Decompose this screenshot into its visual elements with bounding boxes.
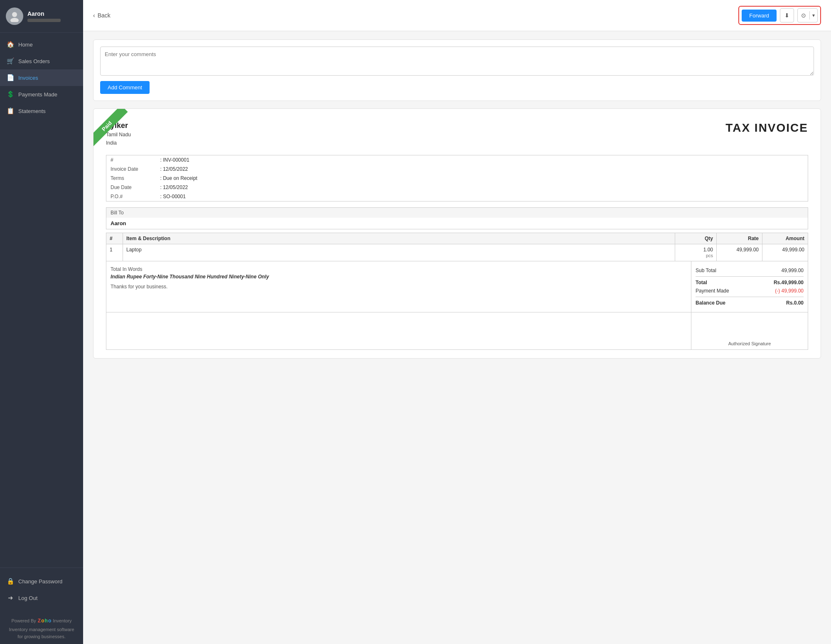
col-header-rate: Rate [717,233,762,244]
sidebar-item-home-label: Home [18,42,33,48]
total-in-words-label: Total In Words [111,266,687,272]
svg-point-1 [10,18,19,22]
subtotal-value: 49,999.00 [782,268,804,273]
more-icon: ⊙ [798,12,809,19]
terms-label: Terms [106,174,156,183]
invoice-footer: Total In Words Indian Rupee Forty-Nine T… [106,261,808,312]
signature-section: Authorized Signature [106,312,808,350]
balance-due-value: Rs.0.00 [786,300,804,306]
avatar [6,7,23,25]
sidebar-nav: 🏠 Home 🛒 Sales Orders 📄 Invoices 💲 Payme… [0,33,83,568]
item-name: Laptop [123,244,675,261]
download-button[interactable]: ⬇ [780,8,794,22]
subtotal-label: Sub Total [696,268,716,273]
powered-by: Powered By Zoho Inventory [6,617,77,624]
po-label: P.O.# [106,192,156,202]
company-country: India [106,139,131,147]
item-rate: 49,999.00 [717,244,762,261]
more-options-button[interactable]: ⊙ ▾ [797,8,818,22]
invoice-date-label: Invoice Date [106,165,156,174]
sidebar-item-change-password[interactable]: 🔒 Change Password [0,573,83,590]
sidebar-item-payments-made[interactable]: 💲 Payments Made [0,86,83,103]
company-state: Tamil Nadu [106,131,131,138]
thanks-message: Thanks for your business. [111,284,687,290]
sidebar-item-sales-orders-label: Sales Orders [18,58,50,64]
po-value: : SO-00001 [156,192,705,202]
item-num: 1 [106,244,123,261]
download-icon: ⬇ [784,12,789,19]
payment-made-label: Payment Made [696,288,729,294]
sidebar-item-change-password-label: Change Password [18,578,62,585]
bill-to-label: Bill To [106,207,808,218]
due-date-label: Due Date [106,183,156,192]
payment-made-row: Payment Made (-) 49,999.00 [696,287,804,295]
sidebar-footer: Powered By Zoho Inventory Inventory mana… [0,611,83,644]
forward-button[interactable]: Forward [742,10,777,22]
balance-due-label: Balance Due [696,300,725,306]
sidebar-item-invoices[interactable]: 📄 Invoices [0,69,83,86]
statements-icon: 📋 [7,107,14,115]
invoices-icon: 📄 [7,74,14,81]
sidebar-item-home[interactable]: 🏠 Home [0,36,83,53]
balance-due-row: Balance Due Rs.0.00 [696,299,804,307]
payments-made-icon: 💲 [7,91,14,98]
comment-input[interactable] [100,47,814,76]
add-comment-button[interactable]: Add Comment [100,81,150,94]
back-label: Back [98,12,111,19]
sidebar-item-statements[interactable]: 📋 Statements [0,103,83,119]
footer-right: Sub Total 49,999.00 Total Rs.49,999.00 P… [691,261,808,312]
user-subtitle [27,19,61,22]
content-area: Add Comment Paid Zylker Tamil Nadu India… [83,31,831,367]
sidebar-item-statements-label: Statements [18,108,46,114]
subtotal-row: Sub Total 49,999.00 [696,266,804,275]
company-name: Zylker [106,121,131,130]
sidebar-item-invoices-label: Invoices [18,75,38,81]
signature-left [106,312,691,349]
sidebar-item-sales-orders[interactable]: 🛒 Sales Orders [0,53,83,69]
due-date-value: : 12/05/2022 [156,183,705,192]
zoho-logo: Zoho [38,617,51,624]
footer-left: Total In Words Indian Rupee Forty-Nine T… [106,261,691,312]
payment-made-value: (-) 49,999.00 [775,288,804,294]
detail-row-terms: Terms : Due on Receipt [106,174,808,183]
invoice-title: TAX INVOICE [725,121,808,135]
detail-row-po: P.O.# : SO-00001 [106,192,808,202]
col-header-num: # [106,233,123,244]
item-qty-unit: pcs [706,253,713,258]
invoice-date-value: : 12/05/2022 [156,165,705,174]
logout-icon: ➜ [7,594,14,602]
sidebar-bottom: 🔒 Change Password ➜ Log Out [0,568,83,611]
sidebar-item-payments-made-label: Payments Made [18,91,57,98]
topbar: ‹ Back Forward ⬇ ⊙ ▾ [83,0,831,31]
sales-orders-icon: 🛒 [7,57,14,65]
back-button[interactable]: ‹ Back [93,12,111,19]
detail-row-due-date: Due Date : 12/05/2022 [106,183,808,192]
invoice-body: Zylker Tamil Nadu India TAX INVOICE # : … [93,109,821,358]
authorized-signature-label: Authorized Signature [728,341,771,346]
bill-to-section: Bill To Aaron [106,207,808,229]
terms-value: : Due on Receipt [156,174,705,183]
user-profile: Aaron [0,0,83,33]
total-in-words-value: Indian Rupee Forty-Nine Thousand Nine Hu… [111,274,687,280]
home-icon: 🏠 [7,41,14,48]
items-table-header: # Item & Description Qty Rate Amount [106,233,808,244]
username: Aaron [27,10,61,17]
sidebar-item-log-out[interactable]: ➜ Log Out [0,590,83,606]
main-content: ‹ Back Forward ⬇ ⊙ ▾ Add Comment Paid [83,0,831,644]
items-table-body: 1 Laptop 1.00pcs 49,999.00 49,999.00 [106,244,808,261]
back-chevron-icon: ‹ [93,12,95,19]
sidebar-item-log-out-label: Log Out [18,595,37,601]
totals-divider-2 [696,297,804,297]
topbar-actions: Forward ⬇ ⊙ ▾ [738,6,821,25]
authorized-signature: Authorized Signature [691,312,808,349]
svg-point-0 [12,12,17,17]
detail-row-invoice-date: Invoice Date : 12/05/2022 [106,165,808,174]
col-header-qty: Qty [675,233,717,244]
bill-to-name: Aaron [106,218,808,229]
company-info: Zylker Tamil Nadu India [106,121,131,147]
detail-row-number: # : INV-000001 [106,155,808,165]
invoice-container: Paid Zylker Tamil Nadu India TAX INVOICE… [93,108,821,359]
item-qty: 1.00pcs [675,244,717,261]
invoice-header: Zylker Tamil Nadu India TAX INVOICE [106,121,808,147]
total-row: Total Rs.49,999.00 [696,278,804,287]
